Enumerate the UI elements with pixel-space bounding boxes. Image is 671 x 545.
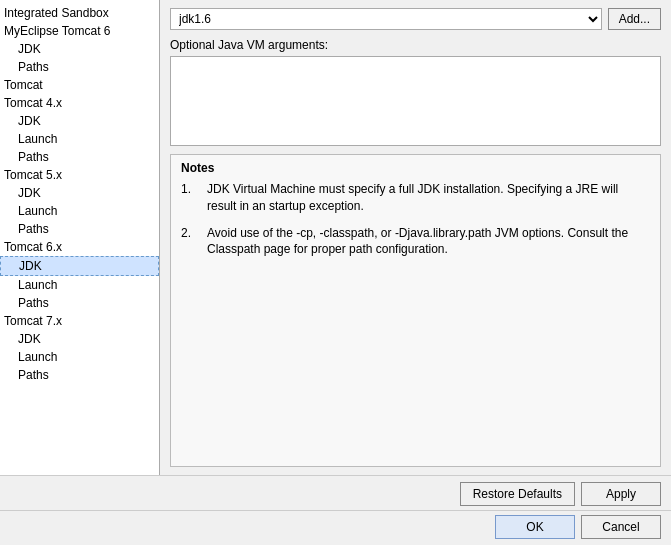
note-item: 1.JDK Virtual Machine must specify a ful… [181,181,650,215]
jdk-row: jdk1.6jdk1.7jdk1.8 Add... [170,8,661,30]
sidebar-item-tomcat5-launch[interactable]: Launch [0,202,159,220]
cancel-button[interactable]: Cancel [581,515,661,539]
sidebar-item-tomcat4x[interactable]: Tomcat 4.x [0,94,159,112]
note-num: 1. [181,181,197,215]
sidebar-item-tomcat6x-paths[interactable]: Paths [0,294,159,312]
jdk-select[interactable]: jdk1.6jdk1.7jdk1.8 [170,8,602,30]
vm-args-label: Optional Java VM arguments: [170,38,661,52]
vm-args-textarea[interactable] [170,56,661,146]
notes-section: Notes 1.JDK Virtual Machine must specify… [170,154,661,467]
add-button[interactable]: Add... [608,8,661,30]
sidebar-item-tomcat5x[interactable]: Tomcat 5.x [0,166,159,184]
sidebar-item-tomcat4-launch[interactable]: Launch [0,130,159,148]
sidebar-item-tomcat4-paths[interactable]: Paths [0,148,159,166]
sidebar-item-tomcat5-jdk[interactable]: JDK [0,184,159,202]
sidebar-item-tomcat6x-jdk[interactable]: JDK [0,256,159,276]
sidebar-item-tomcat7-jdk[interactable]: JDK [0,330,159,348]
note-item: 2.Avoid use of the -cp, -classpath, or -… [181,225,650,259]
sidebar-item-tomcat6-paths[interactable]: Paths [0,58,159,76]
restore-defaults-button[interactable]: Restore Defaults [460,482,575,506]
ok-button[interactable]: OK [495,515,575,539]
right-panel: jdk1.6jdk1.7jdk1.8 Add... Optional Java … [160,0,671,475]
sidebar-item-tomcat7-paths[interactable]: Paths [0,366,159,384]
footer: Restore Defaults Apply OK Cancel [0,475,671,545]
apply-button[interactable]: Apply [581,482,661,506]
notes-title: Notes [181,161,650,175]
sidebar-item-tomcat6-jdk[interactable]: JDK [0,40,159,58]
ok-cancel-row: OK Cancel [0,510,671,545]
restore-apply-row: Restore Defaults Apply [0,476,671,510]
sidebar-item-tomcat6x-launch[interactable]: Launch [0,276,159,294]
sidebar-item-tomcat5-paths[interactable]: Paths [0,220,159,238]
note-text: JDK Virtual Machine must specify a full … [207,181,650,215]
note-num: 2. [181,225,197,259]
notes-list: 1.JDK Virtual Machine must specify a ful… [181,181,650,258]
sidebar: Integrated SandboxMyEclipse Tomcat 6JDKP… [0,0,160,475]
sidebar-item-myeclipse-tomcat6[interactable]: MyEclipse Tomcat 6 [0,22,159,40]
sidebar-item-tomcat4-jdk[interactable]: JDK [0,112,159,130]
note-text: Avoid use of the -cp, -classpath, or -Dj… [207,225,650,259]
main-container: Integrated SandboxMyEclipse Tomcat 6JDKP… [0,0,671,475]
sidebar-item-tomcat7-launch[interactable]: Launch [0,348,159,366]
sidebar-item-tomcat-header[interactable]: Tomcat [0,76,159,94]
sidebar-item-integrated-sandbox[interactable]: Integrated Sandbox [0,4,159,22]
sidebar-item-tomcat6x[interactable]: Tomcat 6.x [0,238,159,256]
sidebar-item-tomcat7x[interactable]: Tomcat 7.x [0,312,159,330]
